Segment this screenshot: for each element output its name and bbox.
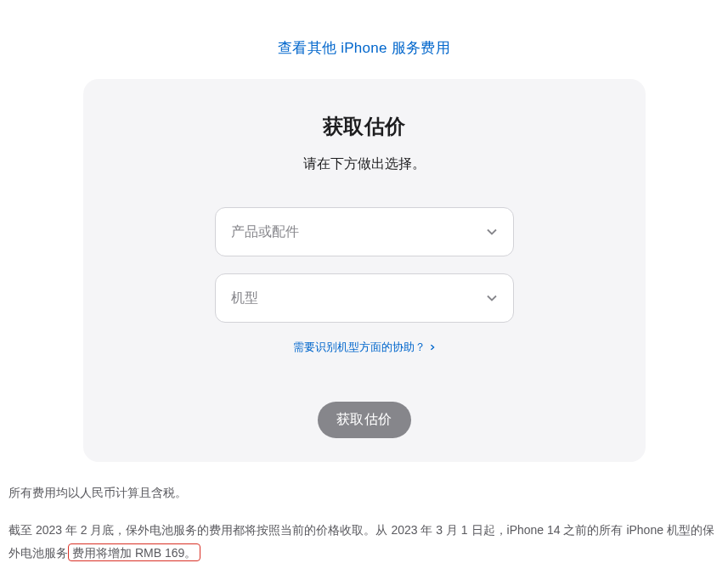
- chevron-right-icon: [429, 344, 436, 351]
- estimate-card: 获取估价 请在下方做出选择。 产品或配件 机型 需要识别机型方面的协助？ 获取估…: [83, 79, 646, 462]
- product-select-label: 产品或配件: [231, 223, 486, 241]
- footer-tax-note: 所有费用均以人民币计算且含税。: [8, 483, 720, 502]
- identify-model-help-link[interactable]: 需要识别机型方面的协助？: [293, 340, 436, 355]
- top-link-container: 查看其他 iPhone 服务费用: [0, 0, 728, 79]
- help-link-label: 需要识别机型方面的协助？: [293, 340, 426, 355]
- card-subtitle: 请在下方做出选择。: [83, 155, 646, 173]
- footer-text: 所有费用均以人民币计算且含税。 截至 2023 年 2 月底，保外电池服务的费用…: [0, 475, 728, 563]
- footer-price-note: 截至 2023 年 2 月底，保外电池服务的费用都将按照当前的价格收取。从 20…: [8, 519, 720, 563]
- chevron-down-icon: [486, 226, 498, 238]
- model-select[interactable]: 机型: [215, 273, 514, 323]
- footer-price-highlight: 费用将增加 RMB 169。: [68, 543, 200, 561]
- chevron-down-icon: [486, 292, 498, 304]
- view-other-fees-link[interactable]: 查看其他 iPhone 服务费用: [278, 40, 450, 56]
- button-row: 获取估价: [83, 355, 646, 438]
- model-select-label: 机型: [231, 290, 486, 307]
- product-select[interactable]: 产品或配件: [215, 207, 514, 256]
- card-title: 获取估价: [83, 113, 646, 140]
- get-estimate-button[interactable]: 获取估价: [318, 402, 411, 438]
